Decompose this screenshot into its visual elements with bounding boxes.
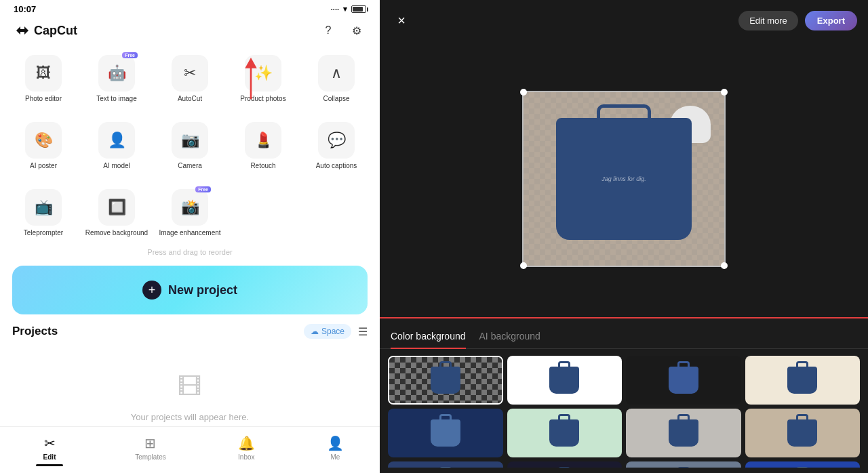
nav-inbox[interactable]: 🔔 Inbox xyxy=(227,434,266,462)
collapse-label: Collapse xyxy=(323,95,350,103)
export-button[interactable]: Export xyxy=(805,11,857,30)
handle-top-left[interactable] xyxy=(520,89,527,96)
new-project-label: New project xyxy=(168,283,237,297)
ai-model-label: AI model xyxy=(103,162,130,170)
help-button[interactable]: ? xyxy=(319,21,338,40)
swatch-navy2[interactable] xyxy=(388,461,503,468)
tools-grid-row2: 🎨 AI poster 👤 AI model 📷 Camera 💄 Retouc… xyxy=(0,112,380,180)
collapse-icon-wrap: ∧ xyxy=(318,55,355,91)
swatch-dark-navy[interactable] xyxy=(388,409,503,457)
logo: CapCut xyxy=(14,22,77,39)
text-to-image-icon: 🤖 xyxy=(108,64,126,82)
swatch-taupe[interactable] xyxy=(745,409,861,457)
camera-icon: 📷 xyxy=(181,131,199,149)
swatch-mint[interactable] xyxy=(507,409,623,457)
battery-icon xyxy=(351,5,366,13)
tool-camera[interactable]: 📷 Camera xyxy=(153,115,226,177)
teleprompter-label: Teleprompter xyxy=(24,229,63,237)
tools-grid-row3: 📺 Teleprompter 🔲 Remove background Free … xyxy=(0,180,380,247)
color-panel: Color background AI background xyxy=(380,317,868,473)
settings-button[interactable]: ⚙ xyxy=(347,21,366,40)
space-label: Space xyxy=(321,327,344,336)
nav-me[interactable]: 👤 Me xyxy=(316,434,355,462)
remove-bg-icon-wrap: 🔲 xyxy=(98,189,135,226)
color-swatch-grid xyxy=(380,349,868,468)
tool-retouch[interactable]: 💄 Retouch xyxy=(226,115,300,177)
projects-title: Projects xyxy=(12,325,58,338)
swatch-checker[interactable] xyxy=(388,356,503,405)
tool-text-to-image[interactable]: Free 🤖 Text to image xyxy=(80,48,153,110)
swatch-blue[interactable] xyxy=(745,461,861,468)
close-icon: × xyxy=(397,13,406,28)
drag-hint: Press and drag to reorder xyxy=(0,247,380,262)
templates-icon: ⊞ xyxy=(144,435,156,451)
ai-poster-label: AI poster xyxy=(30,162,57,170)
swatch-white[interactable] xyxy=(507,356,623,405)
camera-label: Camera xyxy=(178,162,202,170)
wifi-icon: ▾ xyxy=(343,5,347,14)
preview-image-area: Jag linns for dig. xyxy=(380,41,868,317)
autocut-icon-wrap: ✂ xyxy=(172,55,208,91)
tool-ai-model[interactable]: 👤 AI model xyxy=(80,115,153,177)
swatch-black[interactable] xyxy=(626,356,741,405)
swatch-gray[interactable] xyxy=(626,409,741,457)
remove-bg-icon: 🔲 xyxy=(108,199,126,216)
collapse-icon: ∧ xyxy=(331,64,342,82)
handle-bottom-left[interactable] xyxy=(520,262,527,269)
tool-product-photos[interactable]: ✨ Product photos xyxy=(226,48,300,110)
auto-captions-icon: 💬 xyxy=(328,131,346,149)
auto-captions-label: Auto captions xyxy=(316,162,357,170)
tool-teleprompter[interactable]: 📺 Teleprompter xyxy=(7,182,80,244)
cloud-icon: ☁ xyxy=(311,327,319,336)
new-project-button[interactable]: + New project xyxy=(12,266,368,314)
photo-editor-icon-wrap: 🖼 xyxy=(25,55,62,91)
bottom-nav: ✂ Edit ⊞ Templates 🔔 Inbox 👤 Me xyxy=(0,426,380,473)
free-badge-2: Free xyxy=(195,186,211,192)
auto-captions-icon-wrap: 💬 xyxy=(318,122,355,159)
status-icons: ···· ▾ xyxy=(331,5,366,14)
retouch-label: Retouch xyxy=(250,162,275,170)
image-enhancement-icon-wrap: Free 📸 xyxy=(172,189,208,226)
tab-color-background[interactable]: Color background xyxy=(391,327,466,348)
space-button[interactable]: ☁ Space xyxy=(304,324,351,339)
tab-ai-background[interactable]: AI background xyxy=(479,327,540,348)
handle-top-right[interactable] xyxy=(721,89,728,96)
ai-poster-icon-wrap: 🎨 xyxy=(25,122,62,159)
nav-templates[interactable]: ⊞ Templates xyxy=(124,434,177,462)
color-tabs: Color background AI background xyxy=(380,318,868,349)
right-panel: × Edit more Export xyxy=(380,0,868,473)
camera-icon-wrap: 📷 xyxy=(172,122,208,159)
tools-grid-row1: 🖼 Photo editor Free 🤖 Text to image ✂ Au… xyxy=(0,45,380,112)
ai-poster-icon: 🎨 xyxy=(35,131,53,149)
tool-ai-poster[interactable]: 🎨 AI poster xyxy=(7,115,80,177)
image-enhancement-label: Image enhancement xyxy=(159,229,220,237)
tool-auto-captions[interactable]: 💬 Auto captions xyxy=(300,115,373,177)
nav-templates-label: Templates xyxy=(135,453,166,461)
swatch-mid-gray[interactable] xyxy=(626,461,741,468)
tool-remove-bg[interactable]: 🔲 Remove background xyxy=(80,182,153,244)
tool-photo-editor[interactable]: 🖼 Photo editor xyxy=(7,48,80,110)
edit-icon: ✂ xyxy=(44,435,56,451)
remove-bg-label: Remove background xyxy=(85,229,148,237)
tool-collapse[interactable]: ∧ Collapse xyxy=(300,48,373,110)
me-icon: 👤 xyxy=(327,435,344,451)
tool-autocut[interactable]: ✂ AutoCut xyxy=(153,48,226,110)
retouch-icon: 💄 xyxy=(254,131,273,149)
nav-edit-label: Edit xyxy=(43,453,56,461)
handle-bottom-right[interactable] xyxy=(721,262,728,269)
sort-icon[interactable]: ☰ xyxy=(358,325,368,338)
swatch-cream[interactable] xyxy=(745,356,861,405)
image-enhancement-icon: 📸 xyxy=(181,199,199,216)
swatch-very-dark[interactable] xyxy=(507,461,623,468)
teleprompter-icon: 📺 xyxy=(35,199,53,216)
teleprompter-icon-wrap: 📺 xyxy=(25,189,62,226)
projects-header: Projects ☁ Space ☰ xyxy=(12,324,368,339)
edit-more-button[interactable]: Edit more xyxy=(738,11,798,30)
close-button[interactable]: × xyxy=(391,9,412,31)
text-to-image-icon-wrap: Free 🤖 xyxy=(98,55,135,91)
nav-edit[interactable]: ✂ Edit xyxy=(25,434,74,468)
nav-active-indicator xyxy=(36,464,63,466)
autocut-label: AutoCut xyxy=(178,95,202,103)
tool-image-enhancement[interactable]: Free 📸 Image enhancement xyxy=(153,182,226,244)
bag-visual: Jag linns for dig. xyxy=(556,118,692,240)
